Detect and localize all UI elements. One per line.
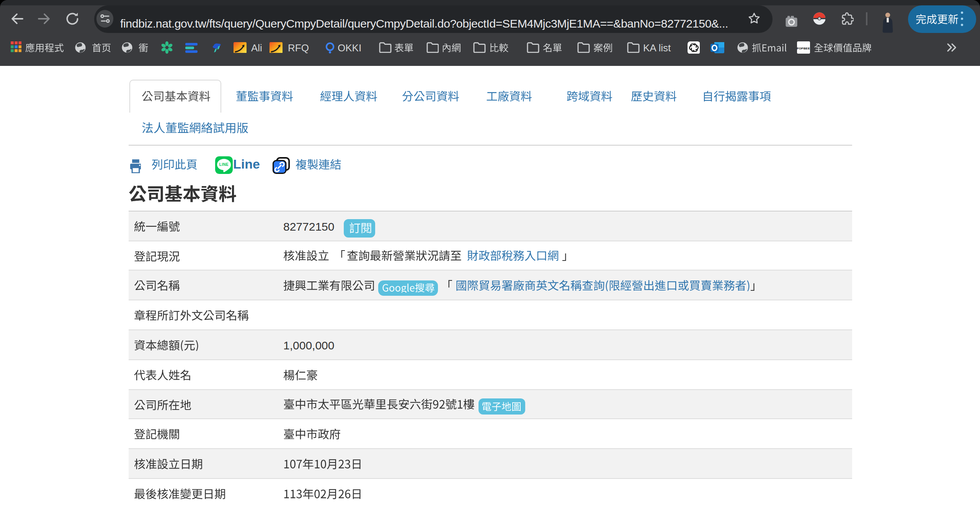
svg-text:LINE: LINE [219, 162, 229, 167]
svg-text:POPBEE: POPBEE [797, 46, 810, 50]
